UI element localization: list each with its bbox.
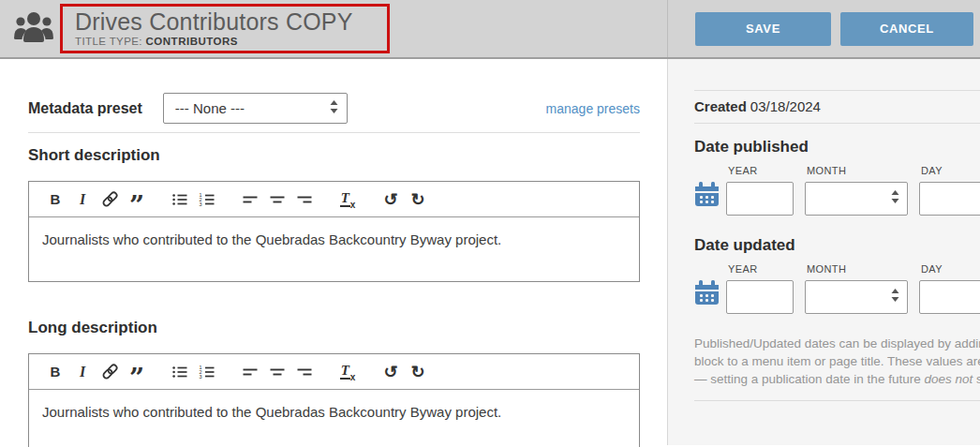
published-month-select[interactable] bbox=[805, 182, 908, 216]
align-right-icon[interactable] bbox=[293, 361, 316, 383]
dates-help-line: — setting a publication date in the futu… bbox=[694, 370, 980, 388]
link-icon[interactable] bbox=[98, 361, 121, 383]
updated-year-input[interactable] bbox=[726, 280, 794, 314]
short-description-heading: Short description bbox=[28, 146, 640, 165]
published-day-group: DAY bbox=[919, 165, 980, 216]
long-description-editor: B I ” 1 2 3 bbox=[28, 353, 640, 447]
date-published-heading: Date published bbox=[694, 138, 980, 156]
created-label: Created bbox=[694, 98, 747, 114]
updated-month-select[interactable] bbox=[805, 280, 908, 314]
select-stepper-icon bbox=[330, 100, 338, 117]
header-title-area: Drives Contributors COPY TITLE TYPE: CON… bbox=[0, 0, 390, 57]
editor-toolbar: B I ” 1 2 3 bbox=[29, 182, 639, 217]
redo-icon[interactable]: ↻ bbox=[407, 188, 429, 211]
main: Metadata preset --- None --- manage pres… bbox=[0, 59, 980, 445]
created-row: Created03/18/2024 bbox=[694, 98, 980, 114]
month-label: MONTH bbox=[805, 165, 908, 176]
italic-icon[interactable]: I bbox=[71, 361, 94, 383]
short-description-text[interactable]: Journalists who contributed to the Quebr… bbox=[29, 217, 639, 281]
header: Drives Contributors COPY TITLE TYPE: CON… bbox=[0, 0, 980, 59]
created-date: 03/18/2024 bbox=[750, 98, 821, 114]
align-left-icon[interactable] bbox=[239, 361, 261, 383]
align-right-icon[interactable] bbox=[293, 188, 316, 211]
remove-format-icon[interactable]: Tx bbox=[336, 361, 359, 383]
header-actions: SAVE CANCEL bbox=[695, 0, 980, 57]
day-label: DAY bbox=[919, 263, 980, 275]
blockquote-icon[interactable]: ” bbox=[126, 361, 148, 383]
published-year-input[interactable] bbox=[726, 182, 794, 216]
long-description-text[interactable]: Journalists who contributed to the Quebr… bbox=[29, 390, 639, 447]
metadata-preset-row: Metadata preset --- None --- manage pres… bbox=[28, 93, 640, 124]
content-divider bbox=[28, 132, 640, 133]
updated-month-group: MONTH bbox=[805, 263, 908, 314]
manage-presets-link[interactable]: manage presets bbox=[546, 101, 640, 116]
sidebar-divider bbox=[694, 90, 980, 91]
published-year-group: YEAR bbox=[726, 165, 794, 216]
year-label: YEAR bbox=[726, 165, 794, 176]
svg-text:3: 3 bbox=[200, 373, 202, 379]
date-updated-heading: Date updated bbox=[694, 236, 980, 255]
sidebar: Created03/18/2024 Date published bbox=[667, 59, 980, 445]
bold-icon[interactable]: B bbox=[44, 361, 67, 383]
link-icon[interactable] bbox=[98, 188, 121, 211]
redo-icon[interactable]: ↻ bbox=[407, 361, 429, 383]
dates-help-line: block to a menu item or page title. Thes… bbox=[694, 352, 980, 370]
italic-icon[interactable]: I bbox=[71, 188, 94, 211]
contributors-group-icon bbox=[12, 8, 55, 50]
undo-icon[interactable]: ↺ bbox=[379, 361, 402, 383]
svg-text:3: 3 bbox=[200, 201, 202, 206]
sidebar-divider bbox=[694, 123, 980, 124]
updated-year-group: YEAR bbox=[726, 263, 794, 314]
calendar-icon bbox=[694, 181, 720, 211]
align-left-icon[interactable] bbox=[239, 188, 261, 211]
numbered-list-icon[interactable]: 1 2 3 bbox=[196, 188, 218, 211]
published-month-group: MONTH bbox=[805, 165, 908, 216]
metadata-preset-value: --- None --- bbox=[175, 100, 245, 116]
calendar-icon bbox=[694, 279, 720, 309]
metadata-preset-select[interactable]: --- None --- bbox=[163, 93, 348, 124]
blockquote-icon[interactable]: ” bbox=[126, 188, 148, 211]
bold-icon[interactable]: B bbox=[44, 188, 67, 211]
month-label: MONTH bbox=[805, 263, 908, 275]
updated-day-group: DAY bbox=[919, 263, 980, 314]
bulleted-list-icon[interactable] bbox=[169, 188, 191, 211]
select-stepper-icon bbox=[891, 190, 899, 207]
page-title: Drives Contributors COPY bbox=[75, 7, 353, 36]
header-divider bbox=[667, 0, 668, 57]
year-label: YEAR bbox=[726, 263, 794, 275]
numbered-list-icon[interactable]: 1 2 3 bbox=[196, 361, 218, 383]
undo-icon[interactable]: ↺ bbox=[379, 188, 402, 211]
title-type-value: CONTRIBUTORS bbox=[146, 36, 238, 47]
align-center-icon[interactable] bbox=[266, 188, 289, 211]
long-description-heading: Long description bbox=[28, 319, 640, 337]
sidebar-divider bbox=[694, 400, 980, 401]
bulleted-list-icon[interactable] bbox=[169, 361, 191, 383]
short-description-editor: B I ” 1 2 3 bbox=[28, 181, 640, 282]
title-highlight-box: Drives Contributors COPY TITLE TYPE: CON… bbox=[60, 4, 390, 53]
title-type-label: TITLE TYPE: bbox=[75, 36, 142, 47]
cancel-button[interactable]: CANCEL bbox=[840, 12, 973, 46]
metadata-preset-label: Metadata preset bbox=[28, 100, 142, 117]
select-stepper-icon bbox=[891, 289, 899, 305]
date-updated-fields: YEAR MONTH DAY bbox=[694, 263, 980, 314]
day-label: DAY bbox=[919, 165, 980, 176]
remove-format-icon[interactable]: Tx bbox=[336, 188, 359, 211]
align-center-icon[interactable] bbox=[266, 361, 289, 383]
title-type: TITLE TYPE: CONTRIBUTORS bbox=[75, 36, 353, 47]
dates-help-line: Published/Updated dates can be displayed… bbox=[694, 335, 980, 352]
published-day-input[interactable] bbox=[919, 182, 980, 216]
updated-day-input[interactable] bbox=[919, 280, 980, 314]
editor-toolbar: B I ” 1 2 3 bbox=[29, 354, 639, 390]
date-published-fields: YEAR MONTH DAY bbox=[694, 165, 980, 216]
content-column: Metadata preset --- None --- manage pres… bbox=[0, 59, 667, 445]
dates-help-text: Published/Updated dates can be displayed… bbox=[694, 335, 980, 388]
save-button[interactable]: SAVE bbox=[695, 12, 831, 46]
